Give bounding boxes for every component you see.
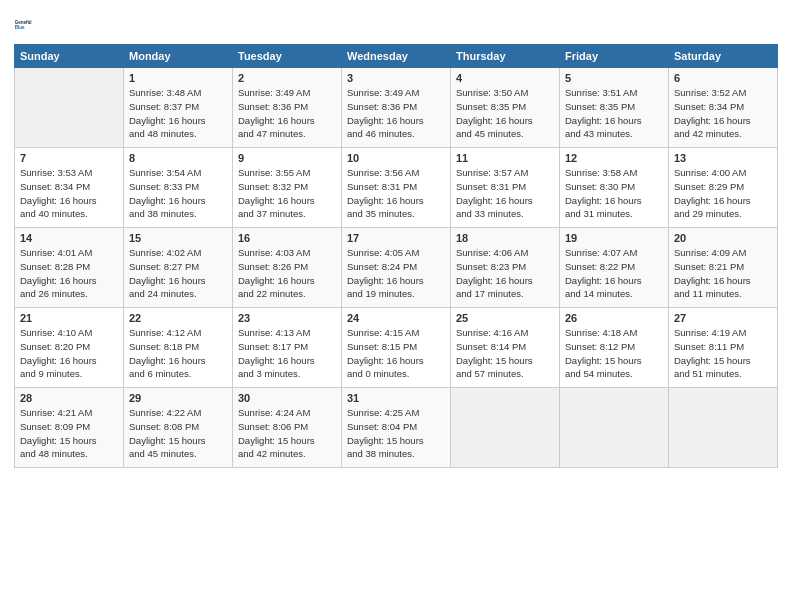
calendar-cell: 4Sunrise: 3:50 AMSunset: 8:35 PMDaylight…	[451, 68, 560, 148]
calendar-cell: 23Sunrise: 4:13 AMSunset: 8:17 PMDayligh…	[233, 308, 342, 388]
calendar-cell: 25Sunrise: 4:16 AMSunset: 8:14 PMDayligh…	[451, 308, 560, 388]
day-info: Sunrise: 4:24 AMSunset: 8:06 PMDaylight:…	[238, 406, 336, 461]
calendar-cell: 13Sunrise: 4:00 AMSunset: 8:29 PMDayligh…	[669, 148, 778, 228]
day-number: 2	[238, 72, 336, 84]
day-info: Sunrise: 3:49 AMSunset: 8:36 PMDaylight:…	[347, 86, 445, 141]
calendar-cell: 29Sunrise: 4:22 AMSunset: 8:08 PMDayligh…	[124, 388, 233, 468]
calendar-cell: 7Sunrise: 3:53 AMSunset: 8:34 PMDaylight…	[15, 148, 124, 228]
day-info: Sunrise: 3:58 AMSunset: 8:30 PMDaylight:…	[565, 166, 663, 221]
day-number: 24	[347, 312, 445, 324]
weekday-header-monday: Monday	[124, 45, 233, 68]
calendar-cell: 22Sunrise: 4:12 AMSunset: 8:18 PMDayligh…	[124, 308, 233, 388]
day-info: Sunrise: 4:09 AMSunset: 8:21 PMDaylight:…	[674, 246, 772, 301]
day-info: Sunrise: 4:05 AMSunset: 8:24 PMDaylight:…	[347, 246, 445, 301]
weekday-header-sunday: Sunday	[15, 45, 124, 68]
day-number: 20	[674, 232, 772, 244]
calendar-cell	[451, 388, 560, 468]
day-number: 21	[20, 312, 118, 324]
calendar-cell: 12Sunrise: 3:58 AMSunset: 8:30 PMDayligh…	[560, 148, 669, 228]
day-info: Sunrise: 4:03 AMSunset: 8:26 PMDaylight:…	[238, 246, 336, 301]
page-container: General Blue SundayMondayTuesdayWednesda…	[0, 0, 792, 478]
day-info: Sunrise: 4:10 AMSunset: 8:20 PMDaylight:…	[20, 326, 118, 381]
day-number: 30	[238, 392, 336, 404]
day-number: 11	[456, 152, 554, 164]
day-number: 15	[129, 232, 227, 244]
week-row-4: 21Sunrise: 4:10 AMSunset: 8:20 PMDayligh…	[15, 308, 778, 388]
day-number: 22	[129, 312, 227, 324]
day-info: Sunrise: 4:07 AMSunset: 8:22 PMDaylight:…	[565, 246, 663, 301]
calendar-cell: 24Sunrise: 4:15 AMSunset: 8:15 PMDayligh…	[342, 308, 451, 388]
calendar-cell: 14Sunrise: 4:01 AMSunset: 8:28 PMDayligh…	[15, 228, 124, 308]
logo-icon: General Blue	[14, 10, 42, 38]
calendar-cell: 9Sunrise: 3:55 AMSunset: 8:32 PMDaylight…	[233, 148, 342, 228]
day-info: Sunrise: 4:02 AMSunset: 8:27 PMDaylight:…	[129, 246, 227, 301]
header-row: SundayMondayTuesdayWednesdayThursdayFrid…	[15, 45, 778, 68]
day-info: Sunrise: 4:13 AMSunset: 8:17 PMDaylight:…	[238, 326, 336, 381]
day-number: 17	[347, 232, 445, 244]
day-info: Sunrise: 4:01 AMSunset: 8:28 PMDaylight:…	[20, 246, 118, 301]
calendar-cell	[15, 68, 124, 148]
day-number: 3	[347, 72, 445, 84]
day-info: Sunrise: 3:54 AMSunset: 8:33 PMDaylight:…	[129, 166, 227, 221]
day-number: 14	[20, 232, 118, 244]
day-number: 23	[238, 312, 336, 324]
calendar-cell: 27Sunrise: 4:19 AMSunset: 8:11 PMDayligh…	[669, 308, 778, 388]
day-info: Sunrise: 3:50 AMSunset: 8:35 PMDaylight:…	[456, 86, 554, 141]
day-info: Sunrise: 3:56 AMSunset: 8:31 PMDaylight:…	[347, 166, 445, 221]
weekday-header-friday: Friday	[560, 45, 669, 68]
calendar-cell: 28Sunrise: 4:21 AMSunset: 8:09 PMDayligh…	[15, 388, 124, 468]
calendar-cell: 16Sunrise: 4:03 AMSunset: 8:26 PMDayligh…	[233, 228, 342, 308]
weekday-header-tuesday: Tuesday	[233, 45, 342, 68]
calendar-cell: 3Sunrise: 3:49 AMSunset: 8:36 PMDaylight…	[342, 68, 451, 148]
calendar-cell: 11Sunrise: 3:57 AMSunset: 8:31 PMDayligh…	[451, 148, 560, 228]
day-number: 29	[129, 392, 227, 404]
day-info: Sunrise: 4:15 AMSunset: 8:15 PMDaylight:…	[347, 326, 445, 381]
calendar-cell: 15Sunrise: 4:02 AMSunset: 8:27 PMDayligh…	[124, 228, 233, 308]
calendar-cell: 18Sunrise: 4:06 AMSunset: 8:23 PMDayligh…	[451, 228, 560, 308]
day-info: Sunrise: 3:51 AMSunset: 8:35 PMDaylight:…	[565, 86, 663, 141]
weekday-header-saturday: Saturday	[669, 45, 778, 68]
day-info: Sunrise: 3:52 AMSunset: 8:34 PMDaylight:…	[674, 86, 772, 141]
day-number: 7	[20, 152, 118, 164]
day-info: Sunrise: 3:53 AMSunset: 8:34 PMDaylight:…	[20, 166, 118, 221]
week-row-5: 28Sunrise: 4:21 AMSunset: 8:09 PMDayligh…	[15, 388, 778, 468]
weekday-header-wednesday: Wednesday	[342, 45, 451, 68]
week-row-3: 14Sunrise: 4:01 AMSunset: 8:28 PMDayligh…	[15, 228, 778, 308]
calendar-cell: 8Sunrise: 3:54 AMSunset: 8:33 PMDaylight…	[124, 148, 233, 228]
day-info: Sunrise: 4:06 AMSunset: 8:23 PMDaylight:…	[456, 246, 554, 301]
day-number: 27	[674, 312, 772, 324]
calendar-cell: 1Sunrise: 3:48 AMSunset: 8:37 PMDaylight…	[124, 68, 233, 148]
calendar-cell: 2Sunrise: 3:49 AMSunset: 8:36 PMDaylight…	[233, 68, 342, 148]
day-number: 8	[129, 152, 227, 164]
weekday-header-thursday: Thursday	[451, 45, 560, 68]
day-number: 28	[20, 392, 118, 404]
day-info: Sunrise: 4:12 AMSunset: 8:18 PMDaylight:…	[129, 326, 227, 381]
day-info: Sunrise: 3:48 AMSunset: 8:37 PMDaylight:…	[129, 86, 227, 141]
header: General Blue	[14, 10, 778, 38]
day-number: 18	[456, 232, 554, 244]
calendar-cell: 5Sunrise: 3:51 AMSunset: 8:35 PMDaylight…	[560, 68, 669, 148]
logo: General Blue	[14, 10, 42, 38]
day-number: 25	[456, 312, 554, 324]
day-number: 12	[565, 152, 663, 164]
calendar-cell: 19Sunrise: 4:07 AMSunset: 8:22 PMDayligh…	[560, 228, 669, 308]
day-info: Sunrise: 4:19 AMSunset: 8:11 PMDaylight:…	[674, 326, 772, 381]
day-info: Sunrise: 3:55 AMSunset: 8:32 PMDaylight:…	[238, 166, 336, 221]
week-row-2: 7Sunrise: 3:53 AMSunset: 8:34 PMDaylight…	[15, 148, 778, 228]
calendar-cell	[560, 388, 669, 468]
day-number: 10	[347, 152, 445, 164]
day-number: 1	[129, 72, 227, 84]
day-info: Sunrise: 4:16 AMSunset: 8:14 PMDaylight:…	[456, 326, 554, 381]
day-number: 13	[674, 152, 772, 164]
day-number: 19	[565, 232, 663, 244]
day-info: Sunrise: 4:21 AMSunset: 8:09 PMDaylight:…	[20, 406, 118, 461]
calendar-cell: 10Sunrise: 3:56 AMSunset: 8:31 PMDayligh…	[342, 148, 451, 228]
svg-text:General: General	[15, 20, 32, 25]
day-info: Sunrise: 4:22 AMSunset: 8:08 PMDaylight:…	[129, 406, 227, 461]
day-info: Sunrise: 4:00 AMSunset: 8:29 PMDaylight:…	[674, 166, 772, 221]
svg-text:Blue: Blue	[15, 25, 25, 30]
day-info: Sunrise: 4:18 AMSunset: 8:12 PMDaylight:…	[565, 326, 663, 381]
calendar-cell: 20Sunrise: 4:09 AMSunset: 8:21 PMDayligh…	[669, 228, 778, 308]
day-number: 16	[238, 232, 336, 244]
day-number: 31	[347, 392, 445, 404]
